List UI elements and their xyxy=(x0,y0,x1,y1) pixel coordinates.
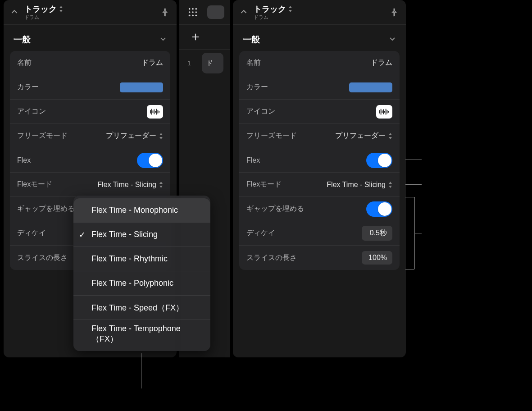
flex-toggle[interactable] xyxy=(137,153,163,168)
add-track-icon[interactable] xyxy=(189,31,202,43)
row-label: Flexモード xyxy=(246,180,282,189)
svg-rect-17 xyxy=(379,110,380,113)
row-color[interactable]: カラー xyxy=(239,75,400,100)
menu-item-label: Flex Time - Tempophone（FX） xyxy=(91,324,202,345)
row-label: 名前 xyxy=(246,58,261,68)
slice-length-value[interactable]: 100% xyxy=(362,251,392,265)
row-label: Flex xyxy=(246,156,260,164)
row-label: ディケイ xyxy=(246,228,275,238)
row-label: カラー xyxy=(246,82,268,92)
section-header[interactable]: 一般 xyxy=(4,25,177,51)
row-label: アイコン xyxy=(17,107,46,116)
row-label: フリーズモード xyxy=(17,131,68,141)
track-index: 1 xyxy=(186,59,193,67)
row-fill-gap: ギャップを埋める xyxy=(239,197,400,221)
row-name[interactable]: 名前 ドラム xyxy=(10,51,170,75)
svg-point-13 xyxy=(196,11,197,13)
section-title: 一般 xyxy=(14,34,31,46)
row-flex-mode[interactable]: Flexモード Flex Time - Slicing xyxy=(10,173,170,197)
track-name-initial: ド xyxy=(206,59,213,68)
panel-subtitle: ドラム xyxy=(24,14,159,20)
svg-rect-5 xyxy=(156,109,157,114)
row-color[interactable]: カラー xyxy=(10,75,170,100)
menu-item-label: Flex Time - Monophonic xyxy=(91,206,178,215)
track-icon[interactable] xyxy=(376,105,392,119)
track-chip[interactable]: ド xyxy=(202,53,223,73)
callout-line xyxy=(405,197,414,197)
svg-rect-6 xyxy=(158,110,159,113)
callout-line xyxy=(405,160,422,160)
row-label: フリーズモード xyxy=(246,131,297,141)
section-header[interactable]: 一般 xyxy=(233,25,406,51)
flex-mode-option[interactable]: Flex Time - Polyphonic xyxy=(73,271,210,296)
svg-rect-24 xyxy=(388,111,389,113)
row-icon[interactable]: アイコン xyxy=(10,100,170,124)
updown-icon xyxy=(159,133,163,139)
row-freeze-mode[interactable]: フリーズモード プリフェーダー xyxy=(239,124,400,148)
svg-rect-7 xyxy=(159,111,159,113)
row-icon[interactable]: アイコン xyxy=(239,100,400,124)
svg-point-15 xyxy=(192,15,194,17)
pin-icon[interactable] xyxy=(159,6,171,18)
track-row[interactable]: 1 ド xyxy=(179,50,230,77)
decay-value[interactable]: 0.5秒 xyxy=(362,226,392,241)
svg-rect-4 xyxy=(155,111,156,113)
row-label: アイコン xyxy=(246,107,275,116)
inspector-panel-right: トラック ドラム 一般 名前 ドラム カラー アイコン フリーズモード xyxy=(233,0,406,357)
section-title: 一般 xyxy=(243,34,260,46)
panel-subtitle: ドラム xyxy=(254,14,389,20)
updown-icon xyxy=(388,133,392,139)
row-name[interactable]: 名前 ドラム xyxy=(239,51,400,75)
row-freeze-mode[interactable]: フリーズモード プリフェーダー xyxy=(10,124,170,148)
row-label: ギャップを埋める xyxy=(17,204,75,214)
flex-mode-option[interactable]: Flex Time - Speed（FX） xyxy=(73,296,210,320)
callout-line xyxy=(405,184,422,185)
row-value: プリフェーダー xyxy=(335,131,386,141)
row-flex-mode[interactable]: Flexモード Flex Time - Slicing xyxy=(239,173,400,197)
row-decay[interactable]: ディケイ 0.5秒 xyxy=(239,221,400,246)
updown-icon[interactable] xyxy=(288,6,292,12)
back-arrow-icon[interactable] xyxy=(238,7,249,18)
callout-line xyxy=(405,269,414,269)
row-value: ドラム xyxy=(371,58,392,68)
row-value: Flex Time - Slicing xyxy=(97,181,156,189)
row-value: Flex Time - Slicing xyxy=(327,181,386,189)
row-label: カラー xyxy=(17,82,39,92)
svg-rect-20 xyxy=(383,109,384,114)
view-pill[interactable] xyxy=(207,5,224,19)
checkmark-icon: ✓ xyxy=(79,230,86,240)
row-label: 名前 xyxy=(17,58,32,68)
color-swatch[interactable] xyxy=(120,82,163,92)
grid-icon[interactable] xyxy=(186,6,199,18)
svg-point-11 xyxy=(189,11,191,13)
callout-line xyxy=(141,353,141,388)
color-swatch[interactable] xyxy=(349,82,392,92)
chevron-down-icon xyxy=(159,35,167,45)
back-arrow-icon[interactable] xyxy=(9,7,20,18)
flex-mode-option[interactable]: Flex Time - Monophonic xyxy=(73,198,210,223)
svg-rect-18 xyxy=(381,109,382,114)
fill-gap-toggle[interactable] xyxy=(366,201,392,217)
row-label: Flexモード xyxy=(17,180,52,189)
menu-item-label: Flex Time - Speed（FX） xyxy=(91,302,184,313)
track-icon[interactable] xyxy=(147,105,163,119)
updown-icon xyxy=(159,182,163,188)
flex-toggle[interactable] xyxy=(366,153,392,168)
row-flex: Flex xyxy=(239,148,400,173)
chevron-down-icon xyxy=(389,35,396,45)
updown-icon xyxy=(388,182,392,188)
flex-mode-option[interactable]: Flex Time - Rhythmic xyxy=(73,247,210,271)
flex-mode-option[interactable]: Flex Time - Tempophone（FX） xyxy=(73,320,210,348)
svg-rect-22 xyxy=(386,109,386,114)
flex-mode-option[interactable]: ✓Flex Time - Slicing xyxy=(73,223,210,247)
panel-title[interactable]: トラック xyxy=(254,5,286,14)
svg-rect-23 xyxy=(387,110,388,113)
svg-point-10 xyxy=(196,8,197,10)
pin-icon[interactable] xyxy=(389,6,400,18)
menu-item-label: Flex Time - Rhythmic xyxy=(91,254,168,264)
panel-title[interactable]: トラック xyxy=(24,5,57,14)
svg-rect-19 xyxy=(382,110,383,113)
updown-icon[interactable] xyxy=(59,6,63,12)
row-slice-length[interactable]: スライスの長さ 100% xyxy=(239,246,400,270)
row-label: スライスの長さ xyxy=(17,253,68,263)
